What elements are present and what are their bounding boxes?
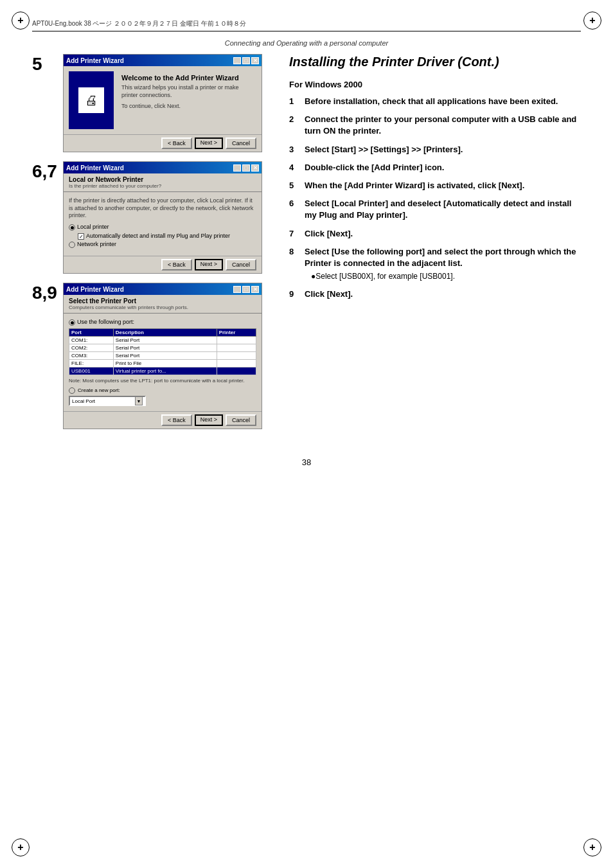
step-4-text: Double-click the [Add Printer] icon.	[305, 162, 444, 173]
step-4: 4 Double-click the [Add Printer] icon.	[289, 162, 581, 173]
radio-port-circle[interactable]	[69, 319, 75, 326]
wizard-body-89: Use the following port: Port Description…	[64, 314, 262, 411]
port-row-file: FILE: Print to File	[69, 360, 256, 368]
screenshot-box-89: Add Printer Wizard _ □ ✕ Select the Prin…	[63, 283, 262, 429]
next-btn-89[interactable]: Next >	[195, 414, 223, 426]
radio-create-port[interactable]	[69, 387, 75, 394]
step-3-num: 3	[289, 144, 299, 155]
screenshot-step67: 6,7 Add Printer Wizard _ □ ✕ Local or Ne…	[32, 161, 270, 274]
port-type-dropdown[interactable]: Local Port ▼	[69, 396, 146, 406]
maximize-btn-89[interactable]: □	[242, 286, 250, 293]
wizard-welcome-title: Welcome to the Add Printer Wizard	[121, 74, 254, 82]
wizard-body-5: 🖨 Welcome to the Add Printer Wizard This…	[64, 66, 262, 134]
radio-network-circle[interactable]	[69, 242, 75, 248]
windows-subtitle: For Windows 2000	[289, 80, 581, 89]
step-1: 1 Before installation, check that all ap…	[289, 96, 581, 107]
wizard-subtitle-89-text: Select the Printer Port	[69, 297, 256, 305]
port-note: Note: Most computers use the LPT1: port …	[69, 378, 256, 384]
close-btn-67[interactable]: ✕	[251, 164, 259, 172]
cancel-btn-5[interactable]: Cancel	[226, 137, 256, 149]
titlebar-67-buttons: _ □ ✕	[233, 164, 259, 172]
port-row-usb001[interactable]: USB001 Virtual printer port fo...	[69, 368, 256, 375]
step-7-num: 7	[289, 228, 299, 240]
page-header-title: Connecting and Operating with a personal…	[225, 39, 388, 47]
step-5: 5 When the [Add Printer Wizard] is activ…	[289, 180, 581, 191]
create-port-row: Create a new port:	[69, 387, 256, 394]
checkbox-plug-play-label: Automatically detect and install my Plug…	[86, 233, 230, 239]
instructions-panel: Installing the Printer Driver (Cont.) Fo…	[289, 54, 581, 438]
radio-group-67: Local printer ✓ Automatically detect and…	[69, 224, 256, 248]
col-desc: Description	[113, 329, 217, 337]
step-8-bullet: ●Select [USB00X], for example [USB001].	[305, 271, 581, 282]
step-6-text: Select [Local Printer] and deselect [Aut…	[305, 198, 581, 221]
titlebar-89: Add Printer Wizard _ □ ✕	[64, 283, 262, 295]
screenshot-step5: 5 Add Printer Wizard _ □ ✕	[32, 54, 270, 152]
maximize-btn-67[interactable]: □	[242, 164, 250, 172]
wizard-text-5: Welcome to the Add Printer Wizard This w…	[119, 71, 256, 129]
wizard-subtitle-67-text: Local or Network Printer	[69, 176, 256, 183]
step-3: 3 Select [Start] >> [Settings] >> [Print…	[289, 144, 581, 155]
titlebar-5: Add Printer Wizard _ □ ✕	[64, 55, 262, 66]
step-3-text: Select [Start] >> [Settings] >> [Printer…	[305, 144, 463, 155]
titlebar-5-text: Add Printer Wizard	[66, 57, 124, 64]
page-number: 38	[302, 457, 311, 467]
col-printer: Printer	[217, 329, 256, 337]
book-info: APT0U-Eng.book 38 ページ ２００２年９月２７日 金曜日 午前１…	[32, 19, 246, 28]
next-btn-67[interactable]: Next >	[195, 259, 223, 270]
screenshot-box-67: Add Printer Wizard _ □ ✕ Local or Networ…	[63, 161, 262, 274]
radio-port-89: Use the following port:	[69, 319, 256, 326]
dropdown-arrow-icon: ▼	[135, 396, 143, 405]
checkbox-plug-play-box[interactable]: ✓	[78, 233, 84, 240]
back-btn-5[interactable]: < Back	[161, 137, 192, 149]
back-btn-67[interactable]: < Back	[161, 259, 192, 270]
port-row-com3: COM3: Serial Port	[69, 352, 256, 360]
minimize-btn-67[interactable]: _	[233, 164, 241, 172]
step-5-num: 5	[289, 180, 299, 191]
wizard-body-text-67: If the printer is directly attached to y…	[69, 197, 256, 220]
screenshots-panel: 5 Add Printer Wizard _ □ ✕	[32, 54, 270, 438]
step-8: 8 Select [Use the following port] and se…	[289, 246, 581, 282]
step-4-num: 4	[289, 162, 299, 173]
step-8-num: 8	[289, 246, 299, 282]
step-2-text: Connect the printer to your personal com…	[305, 114, 581, 137]
section-title: Installing the Printer Driver (Cont.)	[289, 54, 581, 69]
step89-label: 8,9	[32, 283, 58, 302]
instruction-list: 1 Before installation, check that all ap…	[289, 96, 581, 300]
titlebar-89-text: Add Printer Wizard	[66, 286, 124, 293]
step-7: 7 Click [Next].	[289, 228, 581, 240]
radio-local-label: Local printer	[77, 224, 109, 230]
next-btn-5[interactable]: Next >	[195, 137, 223, 149]
maximize-btn-5[interactable]: □	[242, 57, 250, 64]
step-2-num: 2	[289, 114, 299, 137]
wizard-subtitle-89: Select the Printer Port Computers commun…	[64, 295, 262, 314]
close-btn-89[interactable]: ✕	[251, 286, 259, 293]
screenshot-box-5: Add Printer Wizard _ □ ✕ 🖨	[63, 54, 262, 152]
create-port-label: Create a new port:	[78, 387, 120, 393]
wizard-body-67: If the printer is directly attached to y…	[64, 192, 262, 256]
cancel-btn-89[interactable]: Cancel	[226, 414, 256, 426]
radio-local-circle[interactable]	[69, 224, 75, 231]
minimize-btn-89[interactable]: _	[233, 286, 241, 293]
checkbox-plug-play: ✓ Automatically detect and install my Pl…	[69, 233, 256, 240]
screenshot-step89: 8,9 Add Printer Wizard _ □ ✕ Select the …	[32, 283, 270, 429]
wizard-body-text-5: This wizard helps you install a printer …	[121, 84, 254, 99]
step67-label: 6,7	[32, 161, 58, 181]
step-1-text: Before installation, check that all appl…	[305, 96, 558, 107]
wizard-banner-5: 🖨	[69, 71, 114, 129]
minimize-btn-5[interactable]: _	[233, 57, 241, 64]
step-6-num: 6	[289, 198, 299, 221]
radio-local-67: Local printer	[69, 224, 256, 231]
page-footer: 38	[32, 457, 581, 467]
titlebar-67: Add Printer Wizard _ □ ✕	[64, 162, 262, 173]
step-9: 9 Click [Next].	[289, 288, 581, 300]
step-6: 6 Select [Local Printer] and deselect [A…	[289, 198, 581, 221]
back-btn-89[interactable]: < Back	[161, 414, 192, 426]
wizard-question-67: Is the printer attached to your computer…	[69, 183, 256, 189]
radio-network-67: Network printer	[69, 241, 256, 248]
step-9-text: Click [Next].	[305, 288, 353, 300]
cancel-btn-67[interactable]: Cancel	[226, 259, 256, 270]
buttons-bar-89: < Back Next > Cancel	[64, 411, 262, 429]
step-9-num: 9	[289, 288, 299, 300]
close-btn-5[interactable]: ✕	[251, 57, 259, 64]
printer-icon-5: 🖨	[78, 87, 104, 113]
